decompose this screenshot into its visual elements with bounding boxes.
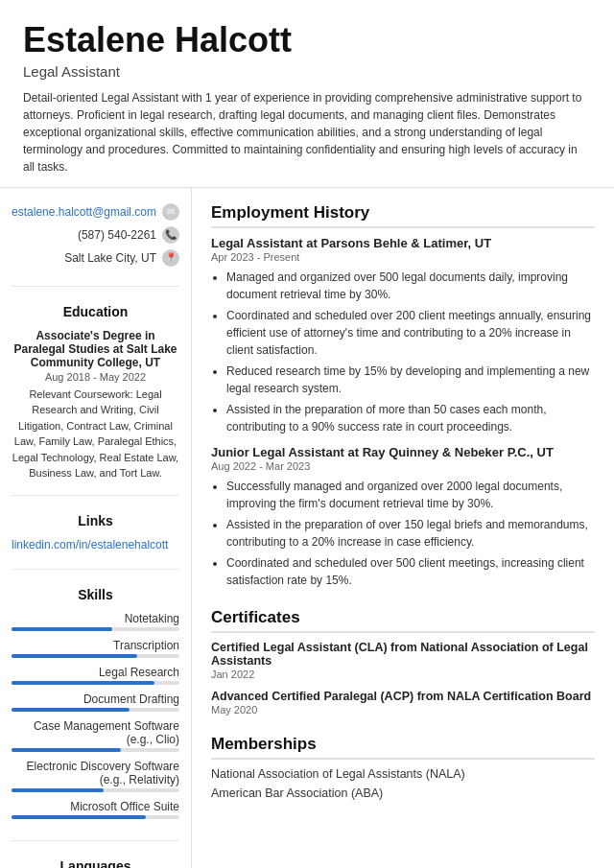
- job-bullet: Assisted in the preparation of over 150 …: [226, 516, 595, 551]
- cert-entry: Certified Legal Assistant (CLA) from Nat…: [211, 641, 595, 680]
- membership-item: American Bar Association (ABA): [211, 786, 595, 800]
- skills-heading: Skills: [12, 587, 179, 602]
- skill-bar-fill: [12, 627, 112, 631]
- job-bullets: Successfully managed and organized over …: [211, 478, 595, 589]
- skill-bar-bg: [12, 815, 179, 819]
- email-link[interactable]: estalene.halcott@gmail.com: [12, 205, 156, 219]
- links-heading: Links: [12, 513, 179, 528]
- job-bullet: Coordinated and scheduled over 200 clien…: [226, 307, 595, 359]
- main-content: Employment History Legal Assistant at Pa…: [192, 188, 614, 834]
- main-layout: estalene.halcott@gmail.com ✉ (587) 540-2…: [0, 188, 614, 868]
- contact-phone-item: (587) 540-2261 📞: [12, 226, 179, 244]
- job-bullet: Assisted in the preparation of more than…: [226, 401, 595, 435]
- job-date: Aug 2022 - Mar 2023: [211, 460, 595, 472]
- education-block: Associate's Degree in Paralegal Studies …: [12, 329, 179, 481]
- skill-bar-fill: [12, 748, 121, 752]
- employment-heading: Employment History: [211, 203, 595, 228]
- job-entry: Legal Assistant at Parsons Behle & Latim…: [211, 236, 595, 435]
- education-dates: Aug 2018 - May 2022: [12, 371, 179, 383]
- skill-item: Document Drafting: [12, 692, 179, 712]
- memberships-section: Memberships National Association of Lega…: [211, 735, 595, 800]
- candidate-name: Estalene Halcott: [23, 21, 591, 59]
- skill-item: Case Management Software (e.g., Clio): [12, 719, 179, 752]
- skill-bar-bg: [12, 681, 179, 685]
- certificates-section: Certificates Certified Legal Assistant (…: [211, 608, 595, 716]
- education-section: Education Associate's Degree in Paralega…: [12, 304, 179, 496]
- sidebar: estalene.halcott@gmail.com ✉ (587) 540-2…: [0, 188, 192, 868]
- skill-bar-bg: [12, 627, 179, 631]
- memberships-container: National Association of Legal Assistants…: [211, 767, 595, 800]
- phone-icon: 📞: [162, 226, 179, 244]
- skill-name: Electronic Discovery Software (e.g., Rel…: [12, 760, 179, 786]
- skills-section: Skills Notetaking Transcription Legal Re…: [12, 587, 179, 841]
- skill-bar-fill: [12, 788, 104, 792]
- skills-list: Notetaking Transcription Legal Research …: [12, 612, 179, 819]
- email-icon: ✉: [162, 203, 179, 221]
- location-text: Salt Lake City, UT: [64, 251, 156, 265]
- skill-bar-bg: [12, 654, 179, 658]
- employment-section: Employment History Legal Assistant at Pa…: [211, 203, 595, 589]
- education-coursework: Relevant Coursework: Legal Research and …: [12, 387, 179, 481]
- links-section: Links linkedin.com/in/estalenehalcott: [12, 513, 179, 570]
- languages-section: Languages: [12, 858, 179, 868]
- memberships-heading: Memberships: [211, 735, 595, 760]
- skill-item: Notetaking: [12, 612, 179, 631]
- education-degree: Associate's Degree in Paralegal Studies …: [12, 329, 179, 369]
- location-icon: 📍: [162, 249, 179, 267]
- skill-bar-bg: [12, 708, 179, 712]
- skill-bar-fill: [12, 681, 154, 685]
- contact-email-item: estalene.halcott@gmail.com ✉: [12, 203, 179, 221]
- cert-date: May 2020: [211, 704, 595, 716]
- skill-item: Transcription: [12, 639, 179, 658]
- skill-name: Legal Research: [12, 666, 179, 679]
- skill-bar-fill: [12, 654, 137, 658]
- skill-name: Transcription: [12, 639, 179, 652]
- job-bullets: Managed and organized over 500 legal doc…: [211, 269, 595, 435]
- skill-name: Document Drafting: [12, 692, 179, 706]
- header-section: Estalene Halcott Legal Assistant Detail-…: [0, 0, 614, 188]
- skill-name: Notetaking: [12, 612, 179, 625]
- skill-bar-bg: [12, 788, 179, 792]
- membership-item: National Association of Legal Assistants…: [211, 767, 595, 781]
- skill-item: Legal Research: [12, 666, 179, 685]
- contact-section: estalene.halcott@gmail.com ✉ (587) 540-2…: [12, 203, 179, 287]
- job-bullet: Managed and organized over 500 legal doc…: [226, 269, 595, 303]
- skill-name: Microsoft Office Suite: [12, 800, 179, 813]
- contact-location-item: Salt Lake City, UT 📍: [12, 249, 179, 267]
- linkedin-link[interactable]: linkedin.com/in/estalenehalcott: [12, 538, 179, 551]
- certs-container: Certified Legal Assistant (CLA) from Nat…: [211, 641, 595, 716]
- skill-item: Electronic Discovery Software (e.g., Rel…: [12, 760, 179, 792]
- job-bullet: Successfully managed and organized over …: [226, 478, 595, 512]
- jobs-container: Legal Assistant at Parsons Behle & Latim…: [211, 236, 595, 589]
- job-bullet: Reduced research time by 15% by developi…: [226, 363, 595, 397]
- cert-date: Jan 2022: [211, 669, 595, 680]
- phone-text: (587) 540-2261: [78, 228, 156, 242]
- job-entry: Junior Legal Assistant at Ray Quinney & …: [211, 445, 595, 589]
- certificates-heading: Certificates: [211, 608, 595, 633]
- education-heading: Education: [12, 304, 179, 319]
- skill-name: Case Management Software (e.g., Clio): [12, 719, 179, 746]
- skill-bar-fill: [12, 815, 146, 819]
- job-title: Legal Assistant at Parsons Behle & Latim…: [211, 236, 595, 250]
- cert-title: Certified Legal Assistant (CLA) from Nat…: [211, 641, 595, 668]
- skill-bar-bg: [12, 748, 179, 752]
- job-title: Junior Legal Assistant at Ray Quinney & …: [211, 445, 595, 459]
- languages-heading: Languages: [12, 858, 179, 868]
- candidate-summary: Detail-oriented Legal Assistant with 1 y…: [23, 89, 591, 176]
- skill-item: Microsoft Office Suite: [12, 800, 179, 819]
- candidate-title: Legal Assistant: [23, 63, 591, 80]
- cert-title: Advanced Certified Paralegal (ACP) from …: [211, 690, 595, 703]
- cert-entry: Advanced Certified Paralegal (ACP) from …: [211, 690, 595, 716]
- skill-bar-fill: [12, 708, 130, 712]
- job-bullet: Coordinated and scheduled over 500 clien…: [226, 554, 595, 589]
- job-date: Apr 2023 - Present: [211, 251, 595, 263]
